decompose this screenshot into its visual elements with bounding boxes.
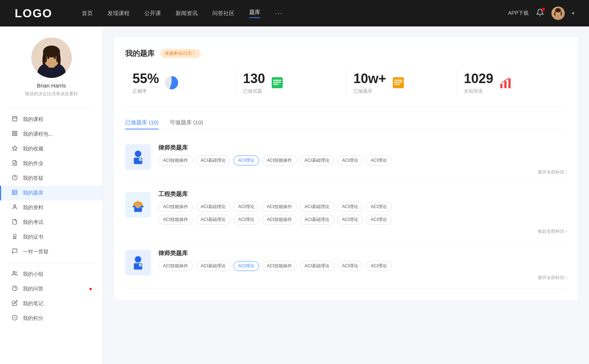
- svg-rect-38: [273, 84, 279, 85]
- engineer-tags-row1: ACI技能操作 ACI基础理论 ACI理论 ACI技能操作 ACI基础理论 AC…: [158, 202, 567, 212]
- l2-tag-4[interactable]: ACI基础理论: [300, 261, 334, 271]
- eng-tag2-5[interactable]: ACI理论: [337, 215, 363, 225]
- notification-bell[interactable]: [536, 8, 544, 18]
- svg-rect-25: [13, 190, 17, 195]
- user-avatar[interactable]: [551, 7, 565, 20]
- tab-available-banks[interactable]: 可做题库 (10): [170, 116, 203, 129]
- homework-label: 我的作业: [23, 160, 92, 167]
- sidebar-item-my-qa[interactable]: 我的答疑: [0, 171, 103, 186]
- accuracy-value: 55%: [133, 71, 159, 86]
- course-packages-icon: [11, 131, 18, 138]
- sidebar-item-course-packages[interactable]: 我的课程包...: [0, 127, 103, 142]
- l2-tag-2[interactable]: ACI理论: [233, 261, 259, 271]
- sidebar-item-homework[interactable]: 我的作业: [0, 156, 103, 171]
- accuracy-chart: [165, 76, 178, 89]
- lawyer-1-title: 律师类题库: [158, 144, 567, 152]
- l2-tag-3[interactable]: ACI技能操作: [262, 261, 297, 271]
- sidebar-item-qbank[interactable]: 我的题库: [0, 186, 103, 200]
- sidebar-divider-2: [7, 263, 95, 263]
- sidebar-divider: [7, 108, 95, 108]
- app-download-button[interactable]: APP下载: [508, 10, 529, 17]
- tag-2[interactable]: ACI理论: [233, 156, 259, 165]
- sidebar-item-groups[interactable]: 我的小组: [0, 267, 103, 282]
- l2-tag-6[interactable]: ACI理论: [366, 261, 392, 271]
- nav-discover[interactable]: 发现课程: [107, 10, 130, 17]
- eng-tag-4[interactable]: ACI基础理论: [300, 202, 334, 212]
- engineer-expand-btn[interactable]: 收起全部科目 ›: [538, 229, 567, 234]
- profile-motto: 错误的决定比没有决定要好: [25, 91, 78, 97]
- l2-tag-5[interactable]: ACI理论: [337, 261, 363, 271]
- tab-done-banks[interactable]: 已做题库 (10): [125, 116, 159, 129]
- qbank-card: 我的题库 体验剩余23天！ 55% 正确率 130 已做试题: [114, 38, 578, 300]
- accuracy-label: 正确率: [133, 88, 159, 94]
- banks-done-value: 10w+: [353, 71, 386, 86]
- nav-qbank[interactable]: 题库: [249, 9, 260, 18]
- profile-section: Brian Harris 错误的决定比没有决定要好: [0, 38, 103, 104]
- sidebar-item-profile[interactable]: 我的资料: [0, 200, 103, 215]
- nav-more[interactable]: ···: [275, 10, 283, 17]
- sidebar-item-points[interactable]: 我的积分: [0, 311, 103, 326]
- l2-tag-1[interactable]: ACI基础理论: [196, 261, 230, 271]
- svg-rect-17: [15, 131, 17, 133]
- svg-rect-45: [508, 79, 511, 88]
- l2-tag-0[interactable]: ACI技能操作: [158, 261, 193, 271]
- eng-tag2-1[interactable]: ACI基础理论: [196, 215, 230, 225]
- avatar-chevron[interactable]: ▾: [572, 11, 574, 16]
- nav-qa[interactable]: 问答社区: [212, 10, 234, 17]
- svg-rect-16: [13, 131, 14, 133]
- courses-label: 我的课程: [23, 116, 92, 123]
- eng-tag2-2[interactable]: ACI理论: [233, 215, 259, 225]
- svg-point-31: [13, 271, 15, 273]
- eng-tag-5[interactable]: ACI理论: [337, 202, 363, 212]
- tag-4[interactable]: ACI基础理论: [300, 156, 334, 165]
- sidebar-item-tutoring[interactable]: 一对一答疑: [0, 245, 103, 259]
- eng-tag-1[interactable]: ACI基础理论: [196, 202, 230, 212]
- eng-tag-6[interactable]: ACI理论: [366, 202, 392, 212]
- eng-tag2-0[interactable]: ACI技能操作: [158, 215, 193, 225]
- tabs-row: 已做题库 (10) 可做题库 (10): [125, 116, 567, 129]
- sidebar-menu: 我的课程 我的课程包... 我的收藏 我的作业: [0, 112, 103, 326]
- points-icon: [11, 315, 18, 322]
- notes-label: 我的笔记: [23, 300, 92, 307]
- eng-tag-0[interactable]: ACI技能操作: [158, 202, 193, 212]
- favorites-label: 我的收藏: [23, 146, 92, 152]
- stat-questions-done: 130 已做试题: [236, 67, 346, 98]
- sidebar-item-favorites[interactable]: 我的收藏: [0, 142, 103, 156]
- nav-home[interactable]: 首页: [82, 10, 93, 17]
- qbank-item-lawyer-2: 律师类题库 ACI技能操作 ACI基础理论 ACI理论 ACI技能操作 ACI基…: [125, 242, 567, 289]
- engineer-icon: [130, 197, 146, 213]
- nav-news[interactable]: 新闻资讯: [176, 10, 198, 17]
- stat-banks-done: 10w+ 已做题库: [346, 67, 456, 98]
- page-title: 我的题库: [125, 49, 155, 58]
- engineer-icon-container: [125, 192, 151, 218]
- sidebar-item-exam[interactable]: 我的考试: [0, 215, 103, 230]
- sidebar-item-courses[interactable]: 我的课程: [0, 112, 103, 127]
- sidebar-item-notes[interactable]: 我的笔记: [0, 296, 103, 311]
- certificate-label: 我的证书: [23, 234, 92, 240]
- eng-tag-2[interactable]: ACI理论: [233, 202, 259, 212]
- homework-icon: [11, 160, 18, 167]
- qbank-item-lawyer-1: 律师类题库 ACI技能操作 ACI基础理论 ACI理论 ACI技能操作 ACI基…: [125, 137, 567, 183]
- tag-5[interactable]: ACI理论: [337, 156, 363, 165]
- tag-0[interactable]: ACI技能操作: [158, 156, 193, 165]
- lawyer-2-expand-btn[interactable]: 展开全部科目 ›: [538, 275, 567, 280]
- main-layout: Brian Harris 错误的决定比没有决定要好 我的课程 我的课程包...: [0, 26, 589, 364]
- stat-accuracy: 55% 正确率: [125, 67, 236, 98]
- engineer-title: 工程类题库: [158, 190, 567, 198]
- sidebar-item-questions[interactable]: 我的问答: [0, 282, 103, 296]
- eng-tag-3[interactable]: ACI技能操作: [262, 202, 297, 212]
- eng-tag2-3[interactable]: ACI技能操作: [262, 215, 297, 225]
- tag-1[interactable]: ACI基础理论: [196, 156, 230, 165]
- sidebar-item-certificate[interactable]: 我的证书: [0, 230, 103, 245]
- lawyer-1-tags: ACI技能操作 ACI基础理论 ACI理论 ACI技能操作 ACI基础理论 AC…: [158, 156, 567, 165]
- groups-label: 我的小组: [23, 271, 92, 278]
- tag-6[interactable]: ACI理论: [366, 156, 392, 165]
- questions-done-icon: [271, 76, 283, 89]
- tag-3[interactable]: ACI技能操作: [262, 156, 297, 165]
- eng-tag2-6[interactable]: ACI理论: [366, 215, 392, 225]
- eng-tag2-4[interactable]: ACI基础理论: [300, 215, 334, 225]
- nav-open-course[interactable]: 公开课: [144, 10, 161, 17]
- lawyer-2-tags: ACI技能操作 ACI基础理论 ACI理论 ACI技能操作 ACI基础理论 AC…: [158, 261, 567, 271]
- lawyer-2-content: 律师类题库 ACI技能操作 ACI基础理论 ACI理论 ACI技能操作 ACI基…: [158, 250, 567, 281]
- lawyer-1-expand-btn[interactable]: 展开全部科目 ›: [538, 169, 567, 175]
